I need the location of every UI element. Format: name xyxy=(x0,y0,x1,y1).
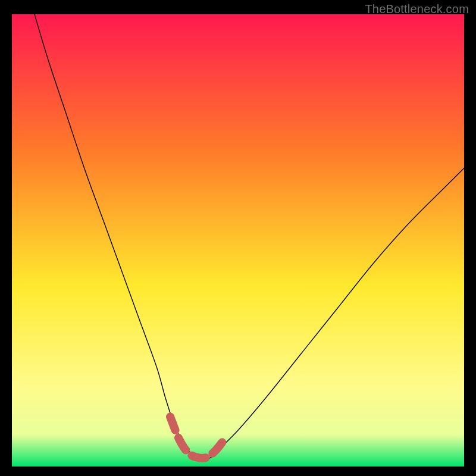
bottleneck-chart xyxy=(12,14,464,466)
watermark-text: TheBottleneck.com xyxy=(365,2,469,16)
chart-stage: TheBottleneck.com xyxy=(0,0,476,476)
gradient-background xyxy=(12,14,464,466)
plot-frame xyxy=(12,14,464,466)
